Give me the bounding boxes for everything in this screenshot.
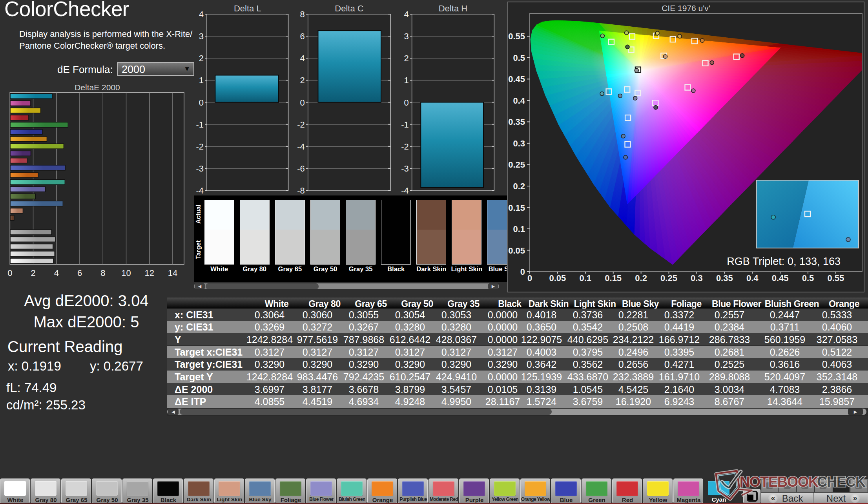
svg-text:0: 0	[300, 98, 305, 108]
svg-text:0.3: 0.3	[691, 273, 703, 283]
svg-text:0: 0	[404, 98, 408, 108]
svg-text:-2: -2	[401, 142, 409, 152]
svg-text:0.1: 0.1	[580, 273, 592, 283]
svg-text:6: 6	[77, 268, 82, 278]
svg-text:-1: -1	[401, 120, 409, 130]
svg-text:-1: -1	[196, 120, 204, 130]
svg-text:-2: -2	[297, 120, 305, 130]
svg-text:0.55: 0.55	[508, 31, 525, 41]
svg-text:3: 3	[199, 31, 204, 41]
svg-text:-6: -6	[297, 164, 305, 173]
svg-text:-4: -4	[196, 186, 204, 195]
svg-text:4: 4	[54, 268, 59, 278]
svg-text:4: 4	[199, 9, 204, 19]
svg-text:2: 2	[404, 53, 408, 63]
svg-text:-4: -4	[401, 186, 409, 195]
svg-text:4: 4	[300, 53, 305, 63]
svg-text:0.4: 0.4	[513, 96, 525, 106]
svg-text:-3: -3	[401, 164, 409, 173]
svg-text:Delta H: Delta H	[439, 4, 467, 13]
svg-text:0: 0	[520, 267, 525, 277]
svg-text:0.45: 0.45	[772, 273, 789, 283]
svg-text:0.25: 0.25	[660, 273, 677, 283]
svg-text:-8: -8	[297, 186, 305, 195]
svg-text:14: 14	[168, 268, 177, 278]
svg-text:-4: -4	[297, 142, 305, 152]
svg-text:-2: -2	[196, 142, 204, 152]
svg-text:2: 2	[300, 75, 305, 85]
svg-text:0.1: 0.1	[513, 224, 525, 234]
svg-text:3: 3	[404, 31, 408, 41]
svg-text:0.15: 0.15	[508, 203, 525, 213]
svg-text:8: 8	[300, 9, 305, 19]
svg-text:0.2: 0.2	[635, 273, 647, 283]
svg-text:10: 10	[121, 268, 131, 278]
svg-text:4: 4	[404, 9, 408, 19]
svg-text:0.05: 0.05	[549, 273, 566, 283]
svg-text:0.5: 0.5	[513, 53, 525, 63]
svg-text:0.15: 0.15	[605, 273, 622, 283]
svg-text:8: 8	[100, 268, 105, 278]
svg-text:RGB Triplet: 0, 133, 163: RGB Triplet: 0, 133, 163	[727, 256, 841, 267]
svg-text:6: 6	[300, 31, 305, 41]
svg-text:0.05: 0.05	[508, 246, 525, 256]
svg-text:0: 0	[527, 273, 532, 283]
svg-text:0.5: 0.5	[802, 273, 814, 283]
svg-text:1: 1	[404, 75, 408, 85]
svg-text:0.35: 0.35	[508, 117, 525, 127]
svg-text:0.45: 0.45	[508, 74, 525, 84]
svg-text:0.25: 0.25	[508, 160, 525, 170]
svg-text:0.35: 0.35	[716, 273, 733, 283]
svg-text:CIE 1976 u'v': CIE 1976 u'v'	[662, 4, 710, 13]
svg-text:-3: -3	[196, 164, 204, 173]
svg-text:0.55: 0.55	[827, 273, 844, 283]
svg-text:0.4: 0.4	[746, 273, 759, 283]
svg-text:0: 0	[199, 98, 204, 108]
svg-text:12: 12	[144, 268, 154, 278]
svg-text:Delta L: Delta L	[234, 4, 261, 13]
svg-text:Delta C: Delta C	[335, 4, 363, 13]
svg-text:1: 1	[199, 75, 204, 85]
svg-text:DeltaE 2000: DeltaE 2000	[75, 83, 120, 92]
svg-text:2: 2	[199, 53, 204, 63]
svg-text:0: 0	[7, 268, 12, 278]
svg-text:0.3: 0.3	[513, 139, 525, 148]
svg-text:0.2: 0.2	[513, 181, 525, 191]
svg-text:2: 2	[31, 268, 35, 278]
